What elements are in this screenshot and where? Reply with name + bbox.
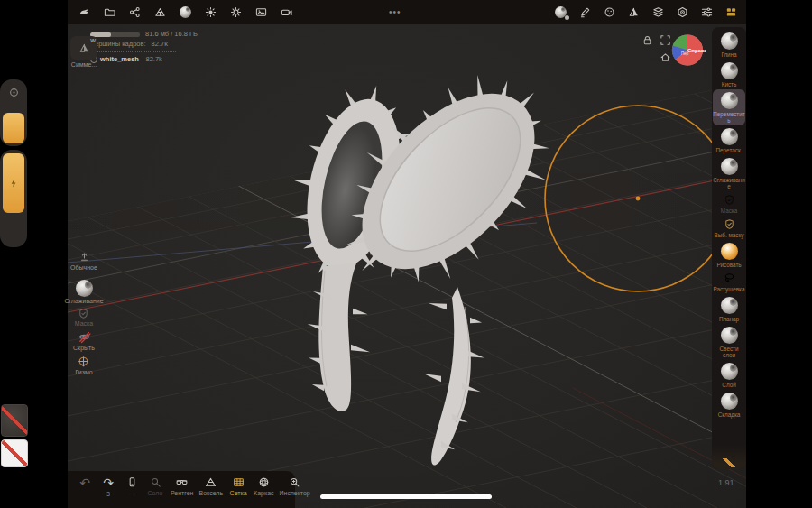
app-menu-button[interactable] [76, 5, 92, 21]
viewport-canvas[interactable]: 1.91 [68, 0, 746, 508]
shield-icon [78, 308, 89, 319]
tool-item[interactable]: Планар [713, 294, 745, 324]
hex-target-icon [677, 6, 688, 18]
tool-item[interactable]: Складка [713, 390, 745, 420]
symmetry-label: Симме... [71, 61, 97, 69]
arrow-up-bar-icon [78, 251, 90, 263]
tool-item[interactable]: Переместить [713, 89, 745, 125]
pencil-icon [579, 6, 591, 18]
intensity-slider[interactable] [0, 150, 27, 247]
grid-icon [233, 476, 245, 488]
vertices-value: 82.7k [152, 40, 168, 49]
tool-item[interactable]: Сглаживание [713, 155, 745, 191]
toggle-glasses[interactable]: Рентген [171, 476, 193, 497]
background-image-button[interactable] [253, 5, 269, 21]
home-indicator[interactable] [320, 494, 492, 499]
color-none-swatch[interactable] [1, 439, 28, 467]
files-button[interactable] [101, 5, 117, 21]
material-button[interactable] [177, 5, 193, 21]
tool-item[interactable]: Слой [713, 360, 745, 390]
gizmo-icon [77, 355, 90, 368]
render-settings-button[interactable] [227, 5, 244, 21]
shield-tan-icon [724, 218, 735, 230]
tool-item[interactable]: Выб. маску [713, 216, 745, 240]
remesh-button[interactable] [674, 5, 690, 21]
radius-slider[interactable] [0, 79, 27, 146]
mesh-row[interactable]: white_mesh - 82.7k [90, 55, 280, 64]
ball-icon [721, 62, 738, 79]
scene-svg [68, 0, 746, 508]
symmetry-button[interactable]: W Симме... [69, 36, 98, 69]
scene-graph-button[interactable] [126, 5, 143, 21]
tool-item[interactable]: Растушевка [713, 270, 745, 294]
tool-item[interactable]: Перетаск. [713, 125, 745, 155]
active-tool-button[interactable] [552, 5, 568, 21]
intensity-slider-handle[interactable] [3, 153, 24, 213]
panel-drag-handle[interactable]: ••• [389, 0, 401, 24]
radius-icon [7, 86, 21, 99]
radius-slider-handle[interactable] [3, 113, 24, 143]
material-none-swatch[interactable] [1, 404, 28, 437]
left-item-hide[interactable]: Скрыть [73, 330, 95, 352]
device-sub: – [130, 490, 134, 497]
gold-grid-icon [725, 6, 737, 18]
lightning-icon [8, 177, 19, 189]
redo-button[interactable]: ↷ 3 [98, 476, 118, 498]
ball-icon [76, 280, 93, 297]
folder-icon [104, 6, 115, 18]
ball-icon [721, 327, 738, 344]
palette-sphere-icon [604, 6, 615, 18]
tool-item[interactable]: Свести слои [713, 324, 745, 360]
lighting-button[interactable] [202, 5, 218, 21]
left-item-gizmo[interactable]: Гизмо [75, 355, 92, 376]
tool-item[interactable]: Рисовать [713, 240, 745, 270]
stroke-button[interactable] [577, 5, 593, 21]
tool-item[interactable]: Маска [713, 191, 745, 216]
symmetry-pyramid-button[interactable] [625, 5, 641, 21]
ball-icon [721, 128, 738, 145]
layers-icon [652, 6, 664, 18]
shield-icon [724, 194, 735, 206]
wire-sphere-icon [258, 476, 270, 488]
settings-sliders-button[interactable] [698, 5, 715, 21]
symmetry-pyramid-icon [78, 42, 90, 54]
left-item-mask[interactable]: Маска [75, 308, 93, 328]
left-tool-list: СглаживаниеМаскаСкрытьГизмо [69, 280, 98, 376]
eye-off-icon [78, 330, 91, 344]
toggle-grid[interactable]: Сетка [228, 476, 248, 497]
ball-icon [721, 158, 738, 175]
orientation-ball[interactable]: Пер Справа [669, 33, 706, 67]
falloff-button[interactable]: Обычное [69, 251, 98, 272]
topology-button[interactable] [152, 5, 168, 21]
toggle-wire-sphere[interactable]: Каркас [254, 476, 273, 497]
lock-icon [641, 34, 653, 46]
lock-button[interactable] [641, 34, 653, 46]
memory-text: 81.6 мб / 16.8 ГБ [145, 30, 198, 39]
stats-block: 81.6 мб / 16.8 ГБ Вершины кадров: 82.7k … [90, 30, 280, 64]
gear-icon [230, 6, 242, 18]
tool-list: ГлинаКистьПереместитьПеретаск.Сглаживани… [712, 27, 746, 469]
camera-button[interactable] [278, 5, 294, 21]
interface-grid-button[interactable] [723, 5, 739, 21]
layers-button[interactable] [650, 5, 666, 21]
painting-button[interactable] [601, 5, 617, 21]
toggle-inspector[interactable]: Инспектор [280, 476, 310, 497]
camera-icon [281, 6, 292, 18]
tool-item[interactable]: Глина [713, 30, 745, 60]
left-item-smoothing[interactable]: Сглаживание [64, 280, 103, 305]
toggle-voxel[interactable]: Воксель [198, 476, 223, 497]
undo-button[interactable]: ↶ [75, 476, 95, 489]
magnifier-icon [150, 476, 161, 488]
tool-item[interactable]: Кисть [713, 60, 745, 89]
toggle-magnifier[interactable]: Соло [145, 476, 165, 497]
redo-icon: ↷ [103, 476, 114, 489]
nodes-icon [129, 6, 141, 18]
device-button[interactable]: – [122, 476, 142, 497]
scale-indicator: 1.91 [718, 478, 734, 487]
tool-list-scroll-hint [722, 458, 736, 467]
device-icon [126, 476, 138, 488]
paint-ball-icon [721, 243, 738, 260]
falloff-label: Обычное [70, 264, 97, 272]
voxel-icon [205, 476, 217, 488]
glasses-icon [176, 476, 188, 488]
